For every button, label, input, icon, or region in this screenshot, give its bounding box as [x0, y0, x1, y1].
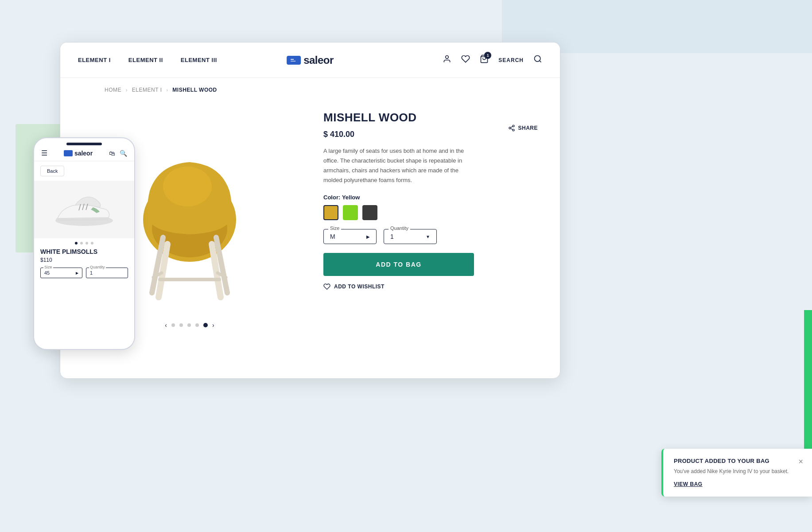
size-selector[interactable]: Size M ▶ [323, 229, 377, 244]
toast-message: You've added Nike Kyrie Irving IV to you… [674, 468, 803, 474]
cart-icon-button[interactable]: 1 [480, 54, 489, 66]
mobile-dot-4[interactable] [91, 242, 93, 245]
quantity-label: Quantity [389, 225, 410, 231]
toast-notification: PRODUCT ADDED TO YOUR BAG × You've added… [661, 449, 812, 497]
search-label: SEARCH [498, 57, 524, 63]
logo-icon [287, 56, 301, 65]
mobile-product-image [34, 181, 134, 238]
carousel-dot-2[interactable] [179, 323, 183, 327]
wishlist-icon-button[interactable] [461, 54, 470, 66]
nav-link-element3[interactable]: ELEMENT III [181, 57, 217, 63]
svg-point-1 [446, 56, 449, 59]
bg-accent-line [804, 310, 812, 452]
navbar: ELEMENT I ELEMENT II ELEMENT III saleor [60, 43, 560, 78]
mobile-dot-3[interactable] [85, 242, 88, 245]
mobile-dot-1[interactable] [75, 242, 78, 245]
mobile-size-selector[interactable]: Size 45 ▶ [40, 268, 82, 278]
svg-point-5 [513, 125, 514, 127]
mobile-size-arrow-icon: ▶ [76, 271, 78, 275]
product-area: ‹ › MISHELL WOOD $ 410.00 A large family… [60, 102, 560, 376]
breadcrumb-home[interactable]: HOME [105, 87, 121, 93]
page-wrapper: ELEMENT I ELEMENT II ELEMENT III saleor [0, 0, 812, 532]
quantity-selector[interactable]: Quantity 1 ▼ [384, 229, 437, 244]
carousel-prev[interactable]: ‹ [165, 322, 167, 329]
mobile-quantity-value: 1 [90, 270, 124, 276]
toast-title: PRODUCT ADDED TO YOUR BAG [674, 458, 769, 464]
nav-links: ELEMENT I ELEMENT II ELEMENT III [78, 57, 217, 63]
mobile-size-label: Size [43, 265, 53, 269]
quantity-arrow-icon: ▼ [426, 234, 430, 239]
search-icon-button[interactable] [533, 54, 542, 66]
mobile-logo: saleor [64, 150, 93, 157]
share-label: SHARE [518, 125, 538, 131]
mobile-back-button[interactable]: Back [40, 166, 64, 176]
breadcrumb: HOME › ELEMENT I › MISHELL WOOD [82, 78, 538, 102]
add-to-wishlist-label: ADD TO WISHLIST [334, 283, 385, 290]
color-swatch-dark[interactable] [362, 205, 377, 220]
breadcrumb-arrow-2: › [166, 88, 168, 93]
mobile-phone: ☰ saleor 🛍 🔍 Back [33, 137, 135, 350]
mobile-product-title: WHITE PLIMSOLLS [34, 248, 134, 255]
breadcrumb-current: MISHELL WOOD [172, 87, 217, 93]
carousel-nav: ‹ › [165, 322, 214, 329]
mobile-size-value: 45 ▶ [44, 270, 78, 276]
product-image [119, 149, 260, 317]
logo[interactable]: saleor [287, 54, 334, 66]
add-to-wishlist-button[interactable]: ADD TO WISHLIST [323, 283, 385, 290]
logo-text: saleor [303, 54, 334, 66]
color-swatch-green[interactable] [343, 205, 358, 220]
nav-link-element1[interactable]: ELEMENT I [78, 57, 111, 63]
mobile-logo-icon [64, 150, 73, 156]
product-info: MISHELL WOOD $ 410.00 A large family of … [323, 102, 538, 376]
svg-point-3 [535, 56, 540, 62]
size-value: M ▶ [330, 233, 370, 240]
mobile-selectors: Size 45 ▶ Quantity 1 [34, 268, 134, 278]
mobile-search-icon[interactable]: 🔍 [120, 150, 127, 157]
mobile-dot-2[interactable] [80, 242, 83, 245]
mobile-menu-icon[interactable]: ☰ [41, 149, 47, 157]
color-section: Color: Yellow [323, 194, 538, 220]
product-title: MISHELL WOOD [323, 111, 538, 124]
size-arrow-icon: ▶ [366, 234, 370, 239]
toast-view-bag-link[interactable]: VIEW BAG [674, 481, 703, 487]
user-icon-button[interactable] [443, 54, 451, 66]
svg-line-9 [511, 126, 513, 128]
cart-badge: 1 [484, 52, 491, 59]
toast-header: PRODUCT ADDED TO YOUR BAG × [674, 458, 803, 466]
carousel-dot-4[interactable] [195, 323, 199, 327]
mobile-product-price: $110 [34, 257, 134, 263]
product-price: $ 410.00 [323, 130, 538, 139]
mobile-quantity-selector[interactable]: Quantity 1 [86, 268, 128, 278]
nav-icons: 1 SEARCH [443, 54, 542, 66]
svg-point-7 [513, 129, 514, 131]
quantity-value: 1 ▼ [390, 233, 430, 240]
breadcrumb-arrow-1: › [126, 88, 128, 93]
add-to-bag-button[interactable]: ADD TO BAG [323, 253, 474, 276]
mobile-header-icons: 🛍 🔍 [109, 150, 127, 157]
color-swatch-yellow[interactable] [323, 205, 338, 220]
carousel-next[interactable]: › [212, 322, 214, 329]
color-label: Color: Yellow [323, 194, 538, 201]
toast-close-button[interactable]: × [798, 458, 803, 466]
share-button[interactable]: SHARE [508, 124, 538, 132]
svg-point-6 [509, 127, 511, 129]
breadcrumb-category[interactable]: ELEMENT I [132, 87, 162, 93]
mobile-quantity-label: Quantity [89, 265, 106, 269]
mobile-carousel [34, 238, 134, 248]
size-label: Size [328, 225, 341, 231]
svg-point-12 [163, 167, 212, 206]
nav-link-element2[interactable]: ELEMENT II [128, 57, 163, 63]
svg-line-8 [511, 128, 513, 130]
carousel-dot-1[interactable] [171, 323, 175, 327]
svg-rect-0 [289, 58, 298, 63]
product-description: A large family of seats for uses both at… [323, 146, 474, 185]
carousel-dot-3[interactable] [187, 323, 191, 327]
svg-line-4 [540, 61, 541, 62]
selectors-row: Size M ▶ Quantity 1 ▼ [323, 229, 538, 244]
color-swatches [323, 205, 538, 220]
carousel-dot-5[interactable] [203, 323, 208, 327]
mobile-cart-icon[interactable]: 🛍 [109, 150, 115, 157]
mobile-header: ☰ saleor 🛍 🔍 [34, 145, 134, 161]
